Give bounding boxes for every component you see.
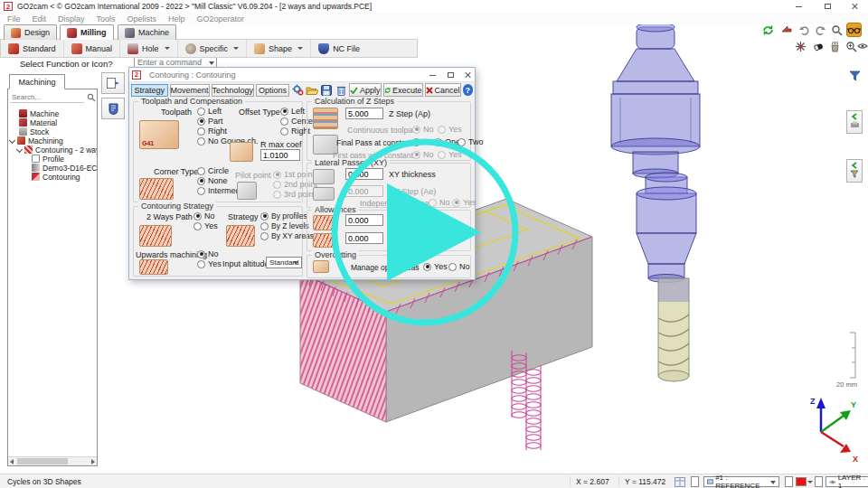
two-ways-no-radio[interactable]: No <box>193 211 215 221</box>
help-button[interactable]: ? <box>463 84 473 96</box>
rmax-input[interactable] <box>260 149 300 161</box>
tree-item-contouring[interactable]: Contouring <box>32 173 80 181</box>
strategy-label: Strategy <box>228 212 259 221</box>
dialog-tab-technology[interactable]: Technology <box>212 84 255 97</box>
specific-dropdown-arrow[interactable] <box>233 47 239 50</box>
refresh-icon[interactable] <box>761 23 775 36</box>
dialog-close-button[interactable] <box>463 70 472 80</box>
minimize-button[interactable] <box>794 2 803 11</box>
save-icon[interactable] <box>320 83 333 97</box>
expander-icon[interactable] <box>16 146 23 153</box>
tab-milling[interactable]: Milling <box>60 24 114 40</box>
tree-item-machining[interactable]: Machining <box>10 136 63 145</box>
dialog-tab-options[interactable]: Options <box>256 84 289 97</box>
dialog-tab-movement[interactable]: Movement <box>170 84 210 97</box>
offset-left-radio[interactable]: Left <box>280 107 305 116</box>
menu-file[interactable]: File <box>7 14 21 23</box>
eye-icon[interactable] <box>857 40 868 52</box>
two-ways-yes-radio[interactable]: Yes <box>193 221 218 230</box>
tree-item-stock[interactable]: Stock <box>19 127 49 136</box>
undo-icon[interactable] <box>797 23 811 36</box>
shape-dropdown-arrow[interactable] <box>297 47 303 50</box>
action-standard[interactable]: Standard <box>1 40 64 57</box>
upwards-no-radio[interactable]: No <box>197 249 219 258</box>
collapse-panel-button-1[interactable] <box>846 110 863 134</box>
strategy-profiles-radio[interactable]: By profiles <box>260 211 307 221</box>
toolpath-part-radio[interactable]: Part <box>197 117 223 126</box>
collapse-panel-button-2[interactable] <box>846 159 863 183</box>
action-manual[interactable]: Manual <box>64 40 121 57</box>
play-button[interactable] <box>387 183 481 281</box>
magnifier-icon[interactable] <box>830 23 844 36</box>
tool-library-button[interactable] <box>101 98 125 119</box>
execute-button[interactable]: Execute <box>383 83 423 97</box>
action-hole[interactable]: Hole <box>120 40 178 57</box>
upwards-yes-radio[interactable]: Yes <box>197 259 222 268</box>
menu-help[interactable]: Help <box>168 14 185 23</box>
action-shape[interactable]: Shape <box>247 40 311 57</box>
tab-machine[interactable]: Machine <box>118 24 176 40</box>
command-dropdown-arrow[interactable] <box>209 61 214 65</box>
tree-item-profile[interactable]: Profile <box>32 155 64 163</box>
filter-toggle-button[interactable] <box>846 70 863 81</box>
pointer-hand-icon[interactable] <box>779 23 793 36</box>
input-altitude-select[interactable]: Standard <box>266 257 302 268</box>
grid-icon[interactable] <box>675 476 685 487</box>
open-folder-icon[interactable] <box>306 83 318 97</box>
dialog-maximize-button[interactable] <box>446 70 455 80</box>
cancel-button[interactable]: Cancel <box>425 83 461 97</box>
delete-trash-icon[interactable] <box>335 83 347 97</box>
expander-icon[interactable] <box>9 137 15 144</box>
apply-button[interactable]: Apply <box>349 83 382 97</box>
maximize-button[interactable] <box>823 2 832 11</box>
panel-flyout-button[interactable] <box>101 72 125 94</box>
reference-checkbox[interactable] <box>691 476 699 487</box>
strategy-zlevels-radio[interactable]: By Z levels <box>260 221 309 230</box>
magnifier-plus-icon[interactable] <box>844 40 858 52</box>
stock-node-icon <box>19 127 27 136</box>
hole-dropdown-arrow[interactable] <box>165 47 170 50</box>
zstep-input[interactable] <box>345 108 383 119</box>
scroll-right-arrow[interactable] <box>91 459 95 465</box>
redo-icon[interactable] <box>814 23 827 36</box>
settings-gear-icon[interactable] <box>291 83 304 97</box>
axis-x-label: X <box>853 455 858 464</box>
action-specific[interactable]: Specific <box>178 40 248 57</box>
color-swatch[interactable] <box>796 476 813 487</box>
scroll-left-arrow[interactable] <box>10 459 14 465</box>
tree-item-material[interactable]: Material <box>19 118 57 127</box>
dialog-minimize-button[interactable] <box>428 70 437 80</box>
scrollbar-thumb[interactable] <box>17 458 68 465</box>
menu-display[interactable]: Display <box>58 14 85 23</box>
color-checkbox[interactable] <box>785 476 793 487</box>
rmax-illustration <box>230 142 253 162</box>
corner-none-radio[interactable]: None <box>197 176 228 185</box>
tree-item-machine[interactable]: Machine <box>19 109 59 117</box>
reference-select[interactable]: #1 : REFERENCE <box>703 476 779 487</box>
brush-cup-icon[interactable] <box>828 40 842 52</box>
panel-tab-machining[interactable]: Machining <box>9 74 65 89</box>
action-ncfile[interactable]: NC File <box>311 40 367 57</box>
tree-item-tool[interactable]: Demo3-D16-ECL160B56 <box>32 164 98 172</box>
close-button[interactable] <box>850 2 859 11</box>
dialog-tab-strategy[interactable]: Strategy <box>131 84 168 97</box>
tree-item-contouring-op[interactable]: Contouring - 2 ways and up <box>17 145 98 154</box>
continuous-no-radio[interactable]: No <box>412 125 434 134</box>
analysis-tool-icon[interactable] <box>794 40 807 52</box>
go2-glasses-icon[interactable] <box>846 23 862 37</box>
two-ways-illustration <box>139 225 172 247</box>
toolpath-left-radio[interactable]: Left <box>197 107 222 116</box>
layer-checkbox[interactable] <box>815 476 823 487</box>
layer-select[interactable]: LAYER : 1 <box>826 476 868 487</box>
menu-tools[interactable]: Tools <box>97 14 116 23</box>
menu-opelists[interactable]: Opelists <box>127 14 157 23</box>
horizontal-scrollbar[interactable] <box>8 456 97 465</box>
corner-circle-radio[interactable]: Circle <box>197 166 229 175</box>
search-input[interactable] <box>10 92 84 103</box>
toolpath-right-radio[interactable]: Right <box>197 127 227 136</box>
eraser-icon[interactable] <box>812 40 826 52</box>
menu-edit[interactable]: Edit <box>33 14 47 23</box>
continuous-yes-radio[interactable]: Yes <box>438 125 462 134</box>
tab-design[interactable]: Design <box>4 24 57 40</box>
menu-go2operator[interactable]: GO2operator <box>197 14 245 23</box>
